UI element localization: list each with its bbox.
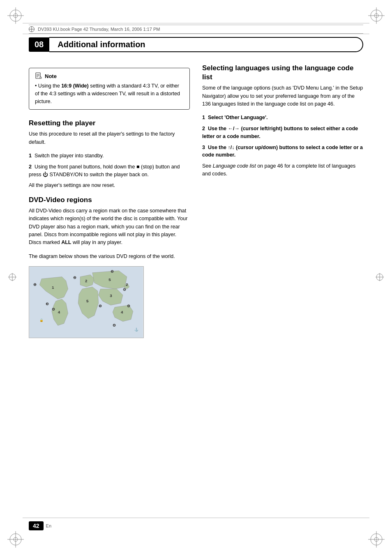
svg-point-26 — [40, 77, 42, 78]
world-map: 1 4 2 5 5 3 4 2 🔒 ⚓ ❶ ❸ ❹ ❷ ❺ ❻ ❺ ❹ ❹ — [29, 266, 144, 338]
language-heading: Selecting languages using the language c… — [202, 64, 363, 82]
right-column: Selecting languages using the language c… — [202, 64, 363, 514]
dvd-regions-heading: DVD-Video regions — [29, 196, 190, 205]
page-number: 42 — [29, 521, 44, 530]
resetting-step1-num: 1 — [29, 153, 32, 159]
svg-text:🔒: 🔒 — [39, 318, 44, 322]
note-label: Note — [45, 73, 57, 79]
svg-text:2: 2 — [85, 279, 88, 283]
top-border-line — [23, 23, 369, 23]
corner-mark-bl — [7, 531, 24, 548]
side-right-cross — [376, 273, 384, 282]
resetting-step2-num: 2 — [29, 164, 32, 170]
svg-text:⚓: ⚓ — [134, 327, 138, 332]
file-info-bar: DV393 KU.book Page 42 Thursday, March 16… — [29, 25, 363, 34]
left-column: Note • Using the 16:9 (Wide) setting wit… — [29, 64, 190, 514]
note-text: • Using the 16:9 (Wide) setting with a s… — [35, 82, 184, 105]
svg-text:1: 1 — [52, 285, 54, 290]
language-step2-num: 2 — [202, 126, 205, 131]
language-step1-num: 1 — [202, 115, 205, 120]
language-step2-text: Use the ←/→ (cursor left/right) buttons … — [202, 126, 358, 139]
svg-text:❹: ❹ — [127, 304, 130, 308]
file-info-text: DV393 KU.book Page 42 Thursday, March 16… — [38, 27, 160, 32]
svg-text:❶: ❶ — [33, 283, 37, 287]
main-content: Note • Using the 16:9 (Wide) setting wit… — [29, 64, 363, 514]
svg-text:❺: ❺ — [111, 269, 114, 274]
note-box: Note • Using the 16:9 (Wide) setting wit… — [29, 68, 190, 110]
language-step3: 3 Use the ↑/↓ (cursor up/down) buttons t… — [202, 144, 363, 159]
svg-text:❺: ❺ — [99, 304, 102, 308]
file-info-crosshair — [29, 26, 35, 32]
chapter-number: 08 — [29, 37, 49, 52]
corner-mark-br — [368, 531, 385, 548]
side-left-cross — [8, 273, 16, 282]
language-code-list-italic: Language code list — [213, 163, 256, 169]
dvd-all-bold: ALL — [61, 240, 71, 245]
corner-mark-tr — [368, 7, 385, 24]
note-header: Note — [35, 72, 184, 80]
dvd-regions-para1: All DVD-Video discs carry a region mark … — [29, 207, 190, 247]
resetting-step2: 2 Using the front panel buttons, hold do… — [29, 163, 190, 179]
dvd-regions-para2: The diagram below shows the various DVD … — [29, 253, 190, 260]
resetting-step1-text: Switch the player into standby. — [35, 153, 104, 159]
bottom-border-line — [23, 518, 369, 518]
note-bold: 16:9 (Wide) — [61, 83, 89, 89]
page-footer: 42 En — [29, 521, 51, 530]
resetting-heading: Resetting the player — [29, 119, 190, 128]
language-step1-text: Select 'Other Language'. — [208, 115, 268, 120]
resetting-result: All the player's settings are now reset. — [29, 182, 190, 189]
language-step3-note: See Language code list on page 46 for a … — [202, 162, 363, 178]
language-intro: Some of the language options (such as 'D… — [202, 84, 363, 108]
language-step1: 1 Select 'Other Language'. — [202, 114, 363, 122]
svg-text:❻: ❻ — [123, 288, 126, 292]
top-border-line2 — [23, 34, 369, 34]
svg-text:5: 5 — [86, 299, 89, 303]
resetting-intro: Use this procedure to reset all the play… — [29, 130, 190, 146]
svg-text:❷: ❷ — [73, 276, 76, 280]
svg-text:❹: ❹ — [113, 323, 116, 327]
resetting-step1: 1 Switch the player into standby. — [29, 152, 190, 160]
svg-text:4: 4 — [58, 310, 60, 314]
chapter-title: Additional information — [49, 37, 363, 52]
page-lang: En — [46, 523, 51, 528]
chapter-header: 08 Additional information — [29, 37, 363, 52]
language-step3-num: 3 — [202, 145, 205, 150]
svg-text:2: 2 — [126, 283, 128, 287]
note-icon — [35, 72, 42, 80]
svg-text:3: 3 — [110, 293, 112, 298]
svg-text:❹: ❹ — [52, 307, 55, 311]
resetting-step2-text: Using the front panel buttons, hold down… — [29, 164, 180, 177]
svg-text:4: 4 — [121, 310, 123, 314]
svg-text:5: 5 — [108, 277, 111, 282]
corner-mark-tl — [7, 7, 24, 24]
language-step3-text: Use the ↑/↓ (cursor up/down) buttons to … — [202, 145, 363, 158]
svg-text:❸: ❸ — [46, 302, 49, 306]
language-step2: 2 Use the ←/→ (cursor left/right) button… — [202, 125, 363, 140]
